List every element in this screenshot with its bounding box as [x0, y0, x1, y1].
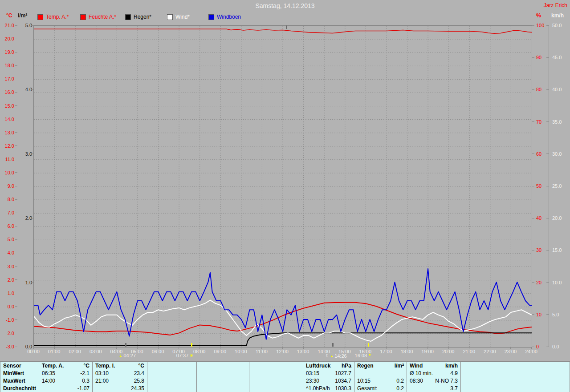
y-axis-tick [532, 314, 534, 315]
y-axis-tick [15, 293, 17, 293]
y-axis-tick-label: 16.0 [1, 89, 14, 95]
x-axis-tick-label: 10:00 [235, 349, 247, 354]
y-axis-tick-label: 20.0 [1, 36, 14, 41]
y-axis-tick [546, 186, 549, 186]
wind-axis-unit: km/h [551, 12, 564, 19]
stat-value: 25.8 [134, 378, 144, 384]
col-unit: km/h [445, 363, 458, 369]
x-axis-tick [96, 347, 96, 349]
y-axis-tick [546, 25, 549, 26]
x-axis-tick [469, 347, 469, 349]
stats-col-empty [147, 362, 197, 392]
y-axis-tick [15, 159, 17, 159]
y-axis-tick [15, 253, 17, 253]
y-axis-tick [15, 172, 17, 173]
col-name: Temp. A. [42, 363, 64, 369]
y-axis-tick [546, 250, 549, 251]
y-axis-tick-label: 10.0 [552, 280, 566, 285]
stat-value: 0.2 [396, 385, 404, 392]
stat-value: 23.4 [134, 370, 144, 376]
y-axis-tick [532, 282, 534, 283]
stats-col-Wind: Windkm/hØ 10 min.4.908:30N-NO 7.33.7 [407, 362, 461, 392]
y-axis-tick [546, 282, 549, 283]
y-axis-tick-label: 1.0 [19, 280, 32, 285]
x-axis-tick [365, 347, 366, 349]
row-label: Sensor [3, 363, 21, 369]
y-axis-tick [15, 186, 17, 186]
y-axis-tick [546, 89, 549, 90]
x-axis-tick-label: 13:00 [297, 349, 309, 354]
plot-area [33, 25, 532, 348]
x-axis-tick-label: 06:00 [152, 349, 164, 354]
col-name: Temp. I. [95, 363, 115, 369]
stat-time: 21:00 [95, 378, 109, 384]
y-axis-tick [15, 239, 17, 240]
y-axis-tick-label: 50.0 [552, 23, 566, 28]
stats-col-Luftdruck: LuftdruckhPa03:151027.723:301034.7^1.0hP… [303, 362, 354, 392]
moonrise-icon: ☾▲ [326, 353, 334, 359]
page-title: Samstag, 14.12.2013 [0, 2, 570, 9]
y-axis-tick [15, 119, 17, 119]
stat-time: 23:30 [306, 378, 319, 384]
y-axis-tick-label: 3.0 [1, 264, 14, 269]
x-axis-tick [490, 347, 490, 349]
x-axis-tick [261, 347, 262, 349]
y-axis-tick [15, 279, 17, 280]
y-axis-tick-label: 0.0 [1, 304, 14, 309]
stat-value: 3.7 [450, 385, 458, 392]
y-axis-tick-label: 6.0 [1, 223, 14, 229]
stat-time: ^1.0hPa/h [306, 385, 330, 392]
stat-time: 10:15 [357, 378, 370, 384]
legend-swatch-icon [125, 14, 131, 20]
y-axis-tick-label: 0.0 [552, 344, 566, 349]
col-name: Luftdruck [306, 363, 330, 369]
y-axis-tick-label: 3.0 [19, 151, 32, 157]
y-axis-tick [15, 333, 17, 333]
y-axis-tick [31, 282, 33, 283]
y-axis-tick [532, 121, 534, 122]
legend-swatch-icon [37, 14, 43, 20]
y-axis-tick-label: 21.0 [1, 23, 14, 28]
y-axis-tick [546, 314, 549, 315]
sunset-icon [368, 353, 372, 358]
y-axis-tick [532, 347, 534, 347]
x-axis-tick [324, 347, 324, 349]
y-axis-tick-label: 4.0 [1, 250, 14, 255]
y-axis-tick [15, 213, 17, 213]
y-axis-tick [546, 347, 549, 347]
stat-value: 0.2 [396, 378, 404, 384]
owner-name: Jarz Erich [544, 2, 567, 8]
y-axis-tick-label: 2.0 [19, 215, 32, 221]
sunset-time: 16:08 [355, 353, 367, 358]
y-axis-tick-label: -1.0 [1, 317, 14, 323]
y-axis-tick-label: 1.0 [1, 291, 14, 296]
x-axis-tick-label: 20:00 [442, 349, 455, 354]
x-axis-tick-label: 02:00 [69, 349, 81, 354]
x-axis-tick-label: 01:00 [48, 349, 61, 354]
x-axis-tick-label: 08:00 [193, 349, 206, 354]
legend-label: Regen* [134, 14, 151, 20]
y-axis-tick [546, 57, 549, 58]
y-axis-tick-label: 19.0 [1, 49, 14, 55]
weather-station-day-chart: Samstag, 14.12.2013 Jarz Erich °C l/m² %… [0, 0, 570, 392]
moonset-time: 04:27 [124, 353, 136, 358]
y-axis-tick-label: 5.0 [19, 23, 32, 28]
moonset-marker: ⇣04:27 [118, 353, 136, 358]
y-axis-tick-label: 5.0 [1, 237, 14, 242]
sunrise-tick [191, 343, 192, 347]
col-name: Regen [357, 363, 374, 369]
stat-time: Gesamt: [357, 385, 377, 392]
y-axis-tick [546, 121, 549, 122]
x-axis-tick-label: 17:00 [380, 349, 392, 354]
row-label: MaxWert [3, 378, 25, 384]
y-axis-tick [15, 226, 17, 226]
y-axis-tick-label: 17.0 [1, 76, 14, 81]
x-axis-tick [220, 347, 220, 349]
y-axis-tick-label: 10.0 [1, 170, 14, 175]
stats-table: SensorMinWertMaxWertDurchschnittTemp. A.… [0, 361, 570, 392]
moonrise-tick [332, 343, 334, 347]
y-axis-tick [15, 39, 17, 39]
y-axis-tick [31, 218, 33, 218]
y-axis-tick [31, 154, 33, 154]
stat-time: Ø 10 min. [410, 370, 433, 376]
